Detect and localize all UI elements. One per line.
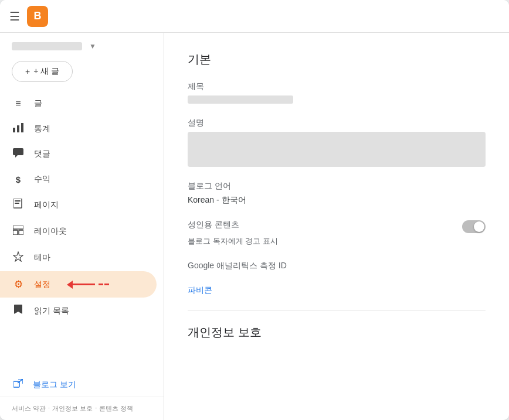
sidebar-item-label: 글: [34, 98, 42, 109]
new-post-button[interactable]: + + 새 글: [12, 61, 73, 82]
field-description-value: [188, 132, 486, 167]
settings-icon: ⚙: [12, 278, 25, 291]
sidebar: ▼ + + 새 글 ≡ 글 통계: [0, 33, 164, 420]
field-title-section: 제목: [188, 81, 486, 104]
view-blog-label: 블로그 보기: [33, 380, 76, 390]
field-adult-content-section: 성인용 콘텐츠 블로그 독자에게 경고 표시: [188, 220, 486, 247]
sidebar-item-pages[interactable]: 페이지: [0, 192, 157, 218]
stats-icon: [12, 123, 25, 134]
privacy-link[interactable]: 개인정보 보호: [52, 404, 93, 413]
section-privacy-title: 개인정보 보호: [188, 325, 486, 340]
favicon-link[interactable]: 파비콘: [188, 285, 486, 296]
adult-content-toggle[interactable]: [462, 220, 486, 233]
external-link-icon: [12, 379, 25, 391]
field-language-label: 블로그 언어: [188, 181, 486, 192]
adult-content-toggle-row: 성인용 콘텐츠: [188, 220, 486, 234]
content-policy-link[interactable]: 콘텐츠 정책: [99, 404, 133, 413]
plus-icon: +: [25, 67, 30, 76]
section-divider: [188, 310, 486, 310]
terms-link[interactable]: 서비스 약관: [12, 404, 46, 413]
separator-2: ·: [95, 404, 97, 413]
svg-rect-9: [13, 230, 18, 235]
posts-icon: ≡: [12, 98, 25, 109]
sidebar-item-label: 테마: [34, 252, 50, 263]
main-layout: ▼ + + 새 글 ≡ 글 통계: [0, 33, 509, 420]
svg-rect-6: [15, 200, 21, 202]
sidebar-item-label: 댓글: [34, 149, 50, 159]
sidebar-item-posts[interactable]: ≡ 글: [0, 91, 157, 116]
blogger-logo: B: [27, 6, 48, 27]
reading-list-icon: [12, 305, 25, 317]
separator-1: ·: [48, 404, 50, 413]
svg-rect-0: [13, 128, 15, 132]
svg-rect-10: [19, 230, 23, 235]
sidebar-item-label: 레이아웃: [34, 226, 67, 237]
app-window: ☰ B ▼ + + 새 글 ≡ 글: [0, 0, 509, 420]
blog-selector[interactable]: ▼: [0, 33, 164, 55]
field-favicon-section: 파비콘: [188, 285, 486, 296]
section-basic-title: 기본: [188, 52, 486, 67]
svg-rect-7: [15, 203, 19, 204]
sidebar-item-reading-list[interactable]: 읽기 목록: [0, 298, 157, 325]
field-language-section: 블로그 언어 Korean - 한국어: [188, 181, 486, 206]
field-title-label: 제목: [188, 81, 486, 92]
adult-content-desc: 블로그 독자에게 경고 표시: [188, 236, 486, 247]
arrow-body: [72, 284, 95, 285]
arrow-annotation: [67, 281, 109, 289]
svg-rect-1: [17, 125, 19, 132]
sidebar-item-label: 페이지: [34, 200, 59, 210]
svg-rect-3: [13, 148, 23, 155]
sidebar-item-comments[interactable]: 댓글: [0, 141, 157, 167]
field-description-section: 설명: [188, 118, 486, 167]
header: ☰ B: [0, 0, 509, 33]
sidebar-footer: 서비스 약관 · 개인정보 보호 · 콘텐츠 정책: [0, 397, 164, 420]
pages-icon: [12, 199, 25, 211]
sidebar-item-earnings[interactable]: $ 수익: [0, 167, 157, 192]
sidebar-item-label: 읽기 목록: [34, 306, 69, 316]
field-analytics-section: Google 애널리틱스 측정 ID: [188, 261, 486, 271]
sidebar-item-view-blog[interactable]: 블로그 보기: [0, 373, 157, 397]
layout-icon: [12, 226, 25, 237]
comments-icon: [12, 148, 25, 160]
field-description-label: 설명: [188, 118, 486, 128]
blog-title-placeholder: [12, 42, 82, 50]
nav-items: ≡ 글 통계 댓글 $ 수익: [0, 91, 164, 373]
svg-rect-2: [21, 123, 23, 132]
sidebar-item-stats[interactable]: 통계: [0, 116, 157, 141]
sidebar-item-label: 통계: [34, 124, 50, 134]
sidebar-item-settings[interactable]: ⚙ 설정: [0, 271, 157, 298]
sidebar-item-label: 수익: [34, 174, 50, 185]
earnings-icon: $: [12, 175, 25, 185]
field-title-value: [188, 95, 293, 104]
content-area: 기본 제목 설명 블로그 언어 Korean - 한국어 성인용 콘텐츠: [164, 33, 509, 420]
chevron-down-icon: ▼: [89, 42, 96, 50]
theme-icon: [12, 251, 25, 264]
hamburger-icon[interactable]: ☰: [9, 9, 20, 23]
sidebar-item-layout[interactable]: 레이아웃: [0, 218, 157, 244]
svg-marker-4: [15, 155, 18, 158]
field-adult-content-label: 성인용 콘텐츠: [188, 220, 239, 230]
field-analytics-label: Google 애널리틱스 측정 ID: [188, 261, 486, 271]
arrow-dashes: [97, 284, 109, 285]
field-language-value: Korean - 한국어: [188, 195, 486, 206]
sidebar-item-theme[interactable]: 테마: [0, 244, 157, 271]
svg-rect-8: [13, 226, 23, 229]
sidebar-item-label: 설정: [34, 279, 50, 290]
